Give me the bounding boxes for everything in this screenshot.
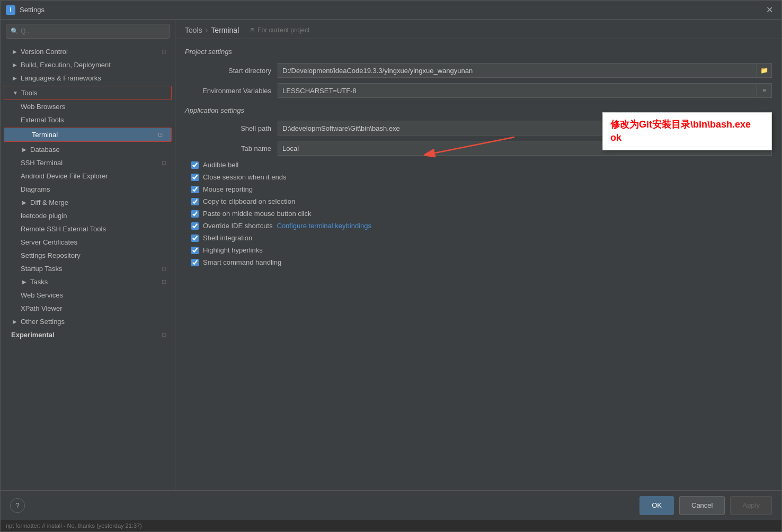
highlight-hyperlinks-row: Highlight hyperlinks: [185, 246, 772, 254]
sidebar-item-server-certs[interactable]: Server Certificates: [1, 236, 175, 249]
sidebar-item-label: Terminal: [32, 131, 58, 139]
search-icon: 🔍: [11, 28, 19, 35]
sidebar-item-label: Version Control: [21, 48, 68, 56]
start-dir-label: Start directory: [185, 67, 278, 75]
smart-command-checkbox[interactable]: [191, 259, 199, 266]
sidebar-item-build-execution[interactable]: Build, Execution, Deployment: [1, 58, 175, 71]
sidebar-item-ssh-terminal[interactable]: SSH Terminal ⊡: [1, 156, 175, 169]
mouse-reporting-checkbox[interactable]: [191, 186, 199, 193]
help-label: ?: [15, 501, 20, 510]
project-indicator: 🖹 For current project: [250, 26, 309, 34]
sidebar-item-startup-tasks[interactable]: Startup Tasks ⊡: [1, 262, 175, 275]
help-button[interactable]: ?: [10, 498, 25, 513]
sidebar-item-xpath-viewer[interactable]: XPath Viewer: [1, 302, 175, 315]
sidebar-item-label: Other Settings: [21, 318, 65, 326]
smart-command-row: Smart command handling: [185, 258, 772, 266]
copy-icon: ⊡: [162, 159, 166, 166]
ok-button[interactable]: OK: [639, 496, 674, 515]
start-dir-input-wrap: 📁: [278, 63, 772, 78]
copy-clipboard-label: Copy to clipboard on selection: [203, 197, 295, 205]
sidebar-item-label: Settings Repository: [21, 251, 81, 259]
project-icon: 🖹: [250, 27, 255, 33]
start-dir-input[interactable]: [278, 63, 757, 78]
shell-integration-checkbox[interactable]: [191, 235, 199, 242]
right-panel: Tools › Terminal 🖹 For current project P…: [175, 20, 781, 490]
sidebar-item-label: Experimental: [11, 331, 55, 339]
sidebar-item-label: Web Browsers: [21, 103, 65, 111]
sidebar-item-label: Database: [30, 146, 60, 154]
sidebar-item-android-device[interactable]: Android Device File Explorer: [1, 169, 175, 183]
copy-clipboard-checkbox[interactable]: [191, 198, 199, 205]
configure-keybindings-link[interactable]: Configure terminal keybindings: [277, 222, 371, 230]
breadcrumb-separator: ›: [206, 26, 208, 34]
sidebar-item-other-settings[interactable]: Other Settings: [1, 315, 175, 328]
highlight-hyperlinks-checkbox[interactable]: [191, 247, 199, 254]
env-vars-edit-button[interactable]: ≡: [757, 83, 772, 98]
sidebar-item-label: Startup Tasks: [21, 265, 63, 273]
sidebar-item-terminal[interactable]: Terminal ⊡: [4, 128, 171, 141]
copy-icon: ⊡: [158, 131, 163, 138]
sidebar-item-languages-frameworks[interactable]: Languages & Frameworks: [1, 71, 175, 85]
sidebar-item-label: Diagrams: [21, 185, 50, 193]
env-vars-input[interactable]: [278, 83, 757, 98]
sidebar-item-experimental[interactable]: Experimental ⊡: [1, 328, 175, 341]
sidebar-item-settings-repo[interactable]: Settings Repository: [1, 249, 175, 262]
close-button[interactable]: ✕: [763, 4, 776, 16]
audible-bell-checkbox[interactable]: [191, 161, 199, 169]
copy-icon: ⊡: [162, 331, 166, 338]
search-box[interactable]: 🔍: [6, 24, 170, 39]
sidebar-item-label: XPath Viewer: [21, 304, 63, 312]
sidebar-item-tools[interactable]: Tools: [4, 86, 171, 100]
sidebar-item-external-tools[interactable]: External Tools: [1, 113, 175, 127]
breadcrumb: Tools › Terminal: [185, 26, 239, 34]
panel-header: Tools › Terminal 🖹 For current project: [175, 20, 781, 39]
dialog-title: Settings: [20, 6, 763, 14]
sidebar-item-database[interactable]: Database: [1, 143, 175, 156]
cancel-button[interactable]: Cancel: [679, 496, 725, 515]
status-text: npt formatter: // install - No, thanks (…: [6, 522, 142, 529]
status-bar: npt formatter: // install - No, thanks (…: [1, 520, 781, 531]
sidebar-item-label: Android Device File Explorer: [21, 172, 108, 180]
sidebar-item-leetcode[interactable]: leetcode plugin: [1, 209, 175, 222]
paste-middle-label: Paste on middle mouse button click: [203, 210, 312, 218]
breadcrumb-parent[interactable]: Tools: [185, 26, 202, 34]
shell-integration-row: Shell integration: [185, 234, 772, 242]
mouse-reporting-row: Mouse reporting: [185, 185, 772, 193]
env-vars-row: Environment Variables ≡: [185, 83, 772, 98]
arrow-icon: [11, 318, 19, 326]
close-session-checkbox[interactable]: [191, 174, 199, 181]
title-bar: I Settings ✕: [1, 1, 781, 20]
apply-button[interactable]: Apply: [730, 496, 772, 515]
override-shortcuts-label: Override IDE shortcuts: [203, 222, 273, 230]
start-dir-row: Start directory 📁: [185, 63, 772, 78]
override-shortcuts-checkbox[interactable]: [191, 222, 199, 230]
sidebar-item-web-services[interactable]: Web Services: [1, 288, 175, 302]
project-label: For current project: [257, 26, 309, 34]
sidebar-item-version-control[interactable]: Version Control ⊡: [1, 45, 175, 58]
copy-icon: ⊡: [162, 278, 166, 285]
copy-icon: ⊡: [162, 48, 166, 55]
sidebar-item-remote-ssh[interactable]: Remote SSH External Tools: [1, 222, 175, 236]
paste-middle-checkbox[interactable]: [191, 210, 199, 218]
sidebar-item-diagrams[interactable]: Diagrams: [1, 183, 175, 196]
start-dir-browse-button[interactable]: 📁: [757, 63, 772, 78]
annotation-box: 修改为Git安装目录\bin\bash.exeok: [602, 112, 772, 150]
panel-body: Project settings Start directory 📁 Envir…: [175, 39, 781, 490]
sidebar-item-label: Remote SSH External Tools: [21, 225, 106, 233]
arrow-icon: [11, 48, 19, 56]
app-icon: I: [6, 5, 15, 15]
env-vars-label: Environment Variables: [185, 87, 278, 95]
arrow-icon: [21, 199, 28, 206]
arrow-icon: [12, 89, 19, 97]
override-shortcuts-row: Override IDE shortcuts Configure termina…: [185, 222, 772, 230]
tab-name-label: Tab name: [185, 145, 278, 152]
sidebar-item-label: SSH Terminal: [21, 159, 63, 167]
sidebar-item-label: leetcode plugin: [21, 212, 67, 220]
copy-clipboard-row: Copy to clipboard on selection: [185, 197, 772, 205]
sidebar-item-tasks[interactable]: Tasks ⊡: [1, 275, 175, 288]
main-content: 🔍 Version Control ⊡ Build, Execution, De…: [1, 20, 781, 490]
sidebar-item-web-browsers[interactable]: Web Browsers: [1, 100, 175, 113]
sidebar-item-diff-merge[interactable]: Diff & Merge: [1, 196, 175, 209]
highlight-hyperlinks-label: Highlight hyperlinks: [203, 246, 263, 254]
search-input[interactable]: [21, 28, 165, 35]
